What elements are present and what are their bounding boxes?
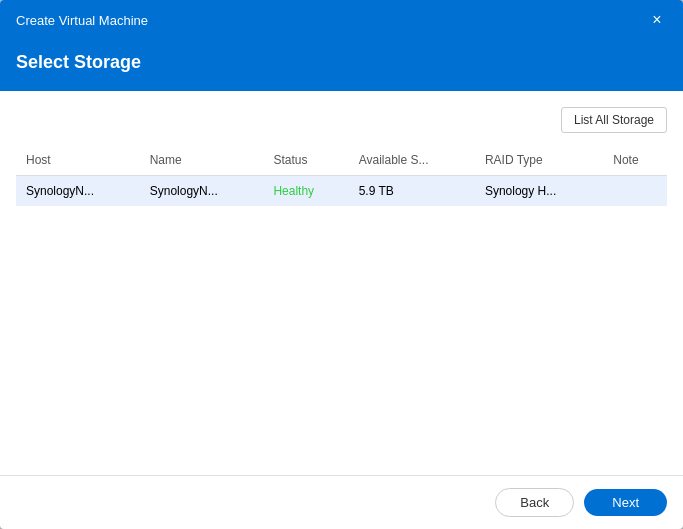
cell-raid: Synology H...: [475, 176, 603, 207]
next-button[interactable]: Next: [584, 489, 667, 516]
table-row[interactable]: SynologyN...SynologyN...Healthy5.9 TBSyn…: [16, 176, 667, 207]
col-host: Host: [16, 145, 140, 176]
list-all-storage-button[interactable]: List All Storage: [561, 107, 667, 133]
storage-table: Host Name Status Available S... RAID Typ…: [16, 145, 667, 206]
col-note: Note: [603, 145, 667, 176]
toolbar: List All Storage: [16, 107, 667, 133]
col-name: Name: [140, 145, 264, 176]
cell-host: SynologyN...: [16, 176, 140, 207]
close-button[interactable]: ×: [647, 10, 667, 30]
col-raid: RAID Type: [475, 145, 603, 176]
back-button[interactable]: Back: [495, 488, 574, 517]
dialog-title: Create Virtual Machine: [16, 13, 148, 28]
cell-note: [603, 176, 667, 207]
title-bar: Create Virtual Machine ×: [0, 0, 683, 40]
col-status: Status: [263, 145, 348, 176]
header-section: Select Storage: [0, 40, 683, 91]
col-available: Available S...: [349, 145, 475, 176]
footer: Back Next: [0, 475, 683, 529]
cell-name: SynologyN...: [140, 176, 264, 207]
cell-status: Healthy: [263, 176, 348, 207]
table-header-row: Host Name Status Available S... RAID Typ…: [16, 145, 667, 176]
storage-table-container: Host Name Status Available S... RAID Typ…: [16, 145, 667, 459]
dialog: Create Virtual Machine × Select Storage …: [0, 0, 683, 529]
cell-available: 5.9 TB: [349, 176, 475, 207]
page-title: Select Storage: [16, 52, 667, 73]
content-area: List All Storage Host Name Status Availa…: [0, 91, 683, 475]
